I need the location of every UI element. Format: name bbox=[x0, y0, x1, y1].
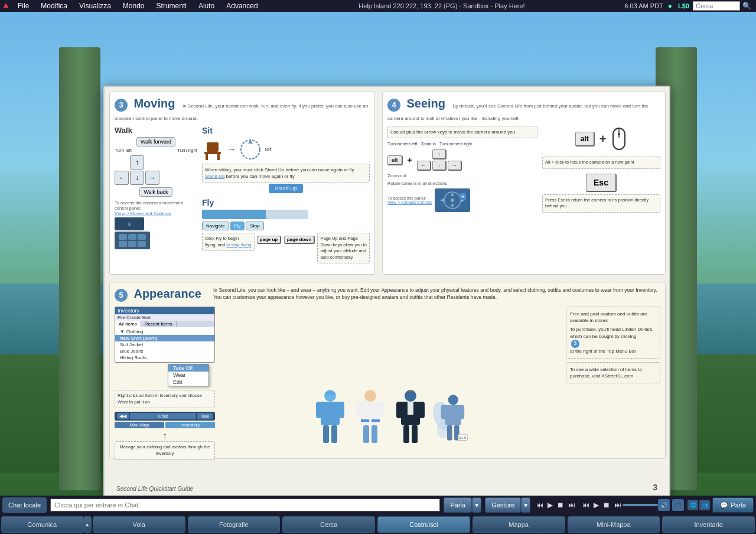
inv-shirt-item[interactable]: New Shirt (worn) bbox=[115, 335, 214, 341]
inventario-btn[interactable]: Inventario bbox=[662, 516, 755, 533]
menu-mondo[interactable]: Mondo bbox=[117, 0, 151, 12]
menu-file[interactable]: File bbox=[12, 0, 35, 12]
sl-icon-1[interactable]: 🌐 bbox=[687, 500, 698, 510]
svg-rect-6 bbox=[138, 241, 146, 247]
search-icon[interactable]: 🔍 bbox=[742, 2, 751, 10]
parla-dropdown-btn[interactable]: ▼ bbox=[472, 497, 481, 513]
stand-up-btn[interactable]: Stand Up bbox=[269, 184, 303, 193]
fly-btn[interactable]: Fly bbox=[230, 222, 245, 230]
svg-rect-37 bbox=[363, 425, 369, 443]
svg-rect-46 bbox=[412, 425, 418, 443]
svg-point-31 bbox=[364, 390, 376, 402]
sl-status-icons: 🌐 👥 bbox=[687, 500, 710, 510]
gesture-btn[interactable]: Gesture bbox=[485, 497, 521, 513]
cerca-btn[interactable]: Cerca bbox=[282, 516, 375, 533]
inv-window: Inventory File Create Sort All Items Rec… bbox=[115, 307, 215, 363]
svg-marker-16 bbox=[440, 198, 444, 202]
chat-locale-btn[interactable]: Chat locale bbox=[2, 497, 47, 513]
ctx-wear[interactable]: Wear bbox=[168, 372, 208, 379]
svg-point-18 bbox=[451, 198, 454, 202]
inventory-panel: Inventory File Create Sort All Items Rec… bbox=[115, 307, 215, 460]
section-number-moving: 3 bbox=[115, 99, 128, 112]
store-info: Free and paid avatars and outfits are av… bbox=[566, 307, 660, 460]
inv-jacket-item[interactable]: Suit Jacket bbox=[115, 341, 214, 348]
window-title: Help Island 220 222, 193, 22 (PG) - Sand… bbox=[264, 2, 620, 9]
arrow-icon: → bbox=[227, 144, 236, 155]
arrow-right-btn[interactable]: → bbox=[145, 171, 159, 185]
inv-tab-recent[interactable]: Recent Items bbox=[141, 321, 177, 327]
fotografie-btn[interactable]: Fotografie bbox=[188, 516, 281, 533]
sit-title: Sit bbox=[202, 126, 370, 135]
svg-rect-9 bbox=[206, 154, 208, 160]
menu-aiuto[interactable]: Aiuto bbox=[193, 0, 220, 12]
svg-rect-50 bbox=[445, 405, 461, 425]
chat-input[interactable] bbox=[50, 499, 440, 512]
inv-jeans-item[interactable]: Blue Jeans bbox=[115, 348, 214, 354]
media-fwd2-btn[interactable]: ⏭ bbox=[613, 501, 623, 509]
walk-back-btn[interactable]: Walk back bbox=[139, 187, 172, 197]
stop-btn[interactable]: Stop bbox=[246, 222, 263, 230]
sit-desc-box: When sitting, you must click Stand Up be… bbox=[202, 164, 370, 183]
view-movement-link[interactable]: View > Movement Controls bbox=[115, 211, 197, 216]
navigate-btn[interactable]: Navigate bbox=[202, 222, 229, 230]
section-moving: 3 Moving In Second Life, your avatar can… bbox=[109, 92, 375, 275]
inv-clothing-folder[interactable]: ▼ Clothing bbox=[115, 328, 214, 335]
alt-mouse-combo: alt + bbox=[542, 126, 660, 152]
view-camera-link[interactable]: View > Camera Controls bbox=[387, 200, 432, 204]
ctx-edit[interactable]: Edit bbox=[168, 379, 208, 386]
volume-slider[interactable] bbox=[623, 504, 658, 506]
menu-modifica[interactable]: Modifica bbox=[35, 0, 73, 12]
inv-tab-all[interactable]: All Items bbox=[115, 321, 141, 327]
headset-icon[interactable]: 🎧 bbox=[672, 499, 684, 511]
media-fwd-btn[interactable]: ⏭ bbox=[567, 501, 576, 509]
parla-main-btn[interactable]: 💬 Parla bbox=[712, 497, 754, 513]
svg-rect-42 bbox=[396, 402, 403, 418]
media-prev2-btn[interactable]: ⏮ bbox=[581, 501, 591, 509]
menu-advanced[interactable]: Advanced bbox=[220, 0, 263, 12]
comunica-arrow[interactable]: ▲ bbox=[83, 516, 92, 533]
arrow-up-btn[interactable]: ↑ bbox=[130, 155, 144, 170]
connection-icon: ● bbox=[668, 2, 672, 10]
fly-stop-link[interactable]: to stop flying bbox=[226, 242, 251, 248]
gesture-dropdown-btn[interactable]: ▼ bbox=[521, 497, 530, 513]
menu-visualizza[interactable]: Visualizza bbox=[73, 0, 117, 12]
arrow-left-btn[interactable]: ← bbox=[115, 171, 129, 185]
section-appearance: 5 Appearance In Second Life, you can loo… bbox=[109, 282, 666, 459]
svg-rect-44 bbox=[408, 402, 413, 415]
comunica-btn[interactable]: Comunica bbox=[1, 516, 83, 533]
turn-camera-left-label: Turn camera left bbox=[387, 142, 418, 146]
turn-camera-right-label: Turn camera right bbox=[439, 142, 472, 146]
media-play-btn[interactable]: ▶ bbox=[546, 501, 554, 509]
mappa-btn[interactable]: Mappa bbox=[472, 516, 565, 533]
parla-btn[interactable]: Parla bbox=[444, 497, 472, 513]
arrow-down-btn[interactable]: ↓ bbox=[130, 171, 144, 185]
costruisci-btn[interactable]: Costruisci bbox=[377, 516, 470, 533]
search-input[interactable] bbox=[693, 1, 740, 11]
stand-up-link[interactable]: Stand Up bbox=[205, 174, 224, 179]
inv-items: ▼ Clothing New Shirt (worn) Suit Jacket … bbox=[115, 327, 214, 362]
svg-rect-43 bbox=[418, 402, 425, 418]
turn-right-label: Turn right bbox=[177, 148, 197, 153]
mini-mappa-btn[interactable]: Mini-Mappa bbox=[568, 516, 660, 533]
menu-strumenti[interactable]: Strumenti bbox=[151, 0, 193, 12]
control-panel-desc: To access the onscreen movement control … bbox=[115, 200, 197, 211]
sl-icon-2[interactable]: 👥 bbox=[699, 500, 710, 510]
media-stop-btn[interactable]: ⏹ bbox=[556, 501, 565, 509]
right-click-desc: Right-click an item in Inventory and cho… bbox=[115, 390, 215, 408]
fly-title: Fly bbox=[202, 198, 370, 207]
svg-rect-10 bbox=[217, 154, 220, 160]
media-prev-btn[interactable]: ⏮ bbox=[535, 501, 545, 509]
speaker-icon[interactable]: 🔊 bbox=[658, 499, 670, 511]
pageupdown-keys: page up page down bbox=[257, 233, 315, 245]
vola-btn[interactable]: Vola bbox=[93, 516, 185, 533]
svg-rect-33 bbox=[356, 402, 363, 417]
ctx-takeoff[interactable]: Take Off bbox=[168, 364, 208, 372]
media-stop2-btn[interactable]: ⏹ bbox=[602, 501, 611, 509]
svg-text:+: + bbox=[461, 193, 465, 200]
inv-boots-item[interactable]: Hiking Boots bbox=[115, 354, 214, 361]
store-box-2: To see a wide selection of items to purc… bbox=[566, 362, 660, 383]
svg-rect-34 bbox=[377, 402, 384, 417]
walk-forward-btn[interactable]: Walk forward bbox=[136, 137, 175, 146]
page-number: 3 bbox=[653, 483, 657, 492]
media-play2-btn[interactable]: ▶ bbox=[592, 501, 600, 509]
